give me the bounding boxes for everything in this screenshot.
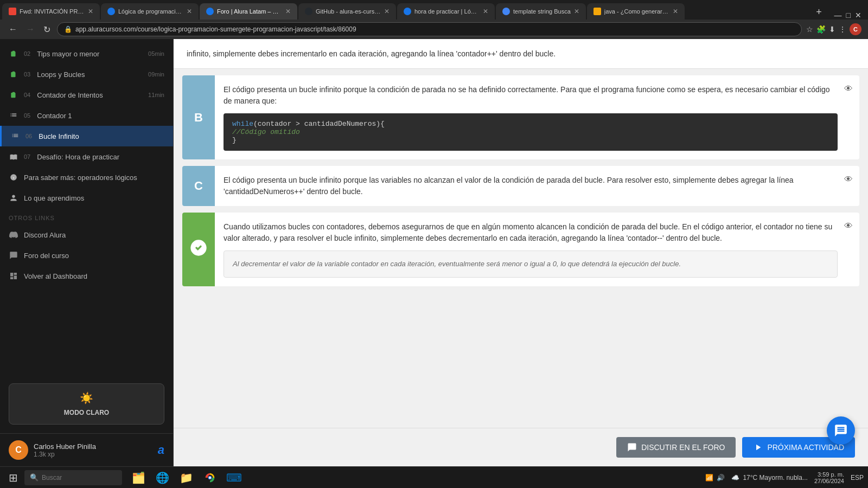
reload-button[interactable]: ↻ xyxy=(41,23,53,36)
answer-option-D[interactable]: D Cuando utilizamos bucles con contadore… xyxy=(182,213,859,286)
tab-close-gmail[interactable]: ✕ xyxy=(88,8,93,15)
sidebar-item-tips-mayor-o-menor[interactable]: 02 Tips mayor o menor 05min xyxy=(0,43,173,64)
sidebar-item-label-2: Contador de Intentos xyxy=(37,91,143,99)
alura-logo: a xyxy=(158,443,164,457)
browser-tab-alura-forum[interactable]: Foro | Alura Latam – Cu...✕ xyxy=(200,3,297,20)
browser-tab-github[interactable]: GitHub - alura-es-curso...✕ xyxy=(298,3,396,20)
taskbar-vscode-icon[interactable]: ⌨ xyxy=(224,468,244,487)
sidebar-icon-4 xyxy=(10,131,20,141)
extensions-button[interactable]: 🧩 xyxy=(816,25,826,34)
sidebar-icon-1 xyxy=(9,69,18,79)
sidebar: 02 Tips mayor o menor 05min 03 Loops y B… xyxy=(0,39,174,466)
weather-icon: ☁️ xyxy=(731,474,739,481)
bottom-action-bar: DISCUTIR EN EL FORO PRÓXIMA ACTIVIDAD xyxy=(174,428,868,466)
next-btn-icon xyxy=(753,442,763,452)
browser-tab-template[interactable]: template string Busca✕ xyxy=(496,3,586,20)
option-eye-icon-C[interactable]: 👁 xyxy=(844,175,853,184)
discuss-forum-button[interactable]: DISCUTIR EN EL FORO xyxy=(616,437,736,458)
alura-tab-icon xyxy=(404,8,411,15)
sidebar-item-num-1: 03 xyxy=(24,71,30,78)
sidebar-item-num-5: 07 xyxy=(24,153,30,160)
option-text-B: El código presenta un bucle infinito por… xyxy=(224,84,838,107)
settings-button[interactable]: ⋮ xyxy=(839,25,846,34)
sidebar-item-label-6: Para saber más: operadores lógicos xyxy=(24,174,164,182)
tab-close-java[interactable]: ✕ xyxy=(673,8,678,15)
taskbar-explorer-icon[interactable]: 🗂️ xyxy=(129,468,148,487)
sidebar-item-num-0: 02 xyxy=(24,50,30,57)
dashboard-icon xyxy=(9,271,18,281)
option-eye-icon-B[interactable]: 👁 xyxy=(844,84,853,94)
sidebar-item-label-7: Lo que aprendimos xyxy=(24,194,164,202)
sidebar-item-para-saber-más:-oper[interactable]: Para saber más: operadores lógicos xyxy=(0,167,173,188)
minimize-button[interactable]: — xyxy=(834,11,842,20)
datetime-display: 3:59 p. m. 27/06/2024 xyxy=(814,471,844,484)
taskbar-search-box[interactable]: 🔍 xyxy=(24,470,122,485)
sidebar-item-lo-que-aprendimos[interactable]: Lo que aprendimos xyxy=(0,188,173,208)
browser-tab-hora[interactable]: hora de practicar | Lógi...✕ xyxy=(397,3,495,20)
alura-tab-icon xyxy=(206,8,214,15)
maximize-button[interactable]: □ xyxy=(846,11,851,20)
answer-option-C[interactable]: C El código presenta un bucle infinito p… xyxy=(182,166,859,206)
sidebar-link-dashboard[interactable]: Volver al Dashboard xyxy=(0,266,173,286)
answer-option-B[interactable]: B El código presenta un bucle infinito p… xyxy=(182,75,859,159)
sidebar-item-label-5: Desafío: Hora de practicar xyxy=(37,153,164,161)
option-content-C: El código presenta un bucle infinito por… xyxy=(215,166,859,206)
address-input[interactable]: 🔒 app.aluracursos.com/course/logica-prog… xyxy=(57,22,802,36)
search-icon: 🔍 xyxy=(30,473,39,481)
sidebar-item-label-4: Bucle Infinito xyxy=(39,132,164,140)
browser-address-bar-row: ← → ↻ 🔒 app.aluracursos.com/course/logic… xyxy=(0,20,868,39)
new-tab-button[interactable]: + xyxy=(812,4,827,20)
sidebar-item-time-1: 09min xyxy=(148,71,164,78)
browser-tab-gmail[interactable]: Fwd: INVITACIÓN PRO...✕ xyxy=(2,3,100,20)
sidebar-item-desafío:-hora-de-pra[interactable]: 07 Desafío: Hora de practicar xyxy=(0,146,173,167)
tab-close-alura-forum[interactable]: ✕ xyxy=(285,8,291,15)
sidebar-item-loops-y-bucles[interactable]: 03 Loops y Bucles 09min xyxy=(0,64,173,85)
start-button[interactable]: ⊞ xyxy=(4,469,22,486)
tab-label-hora: hora de practicar | Lógi... xyxy=(414,8,480,15)
forward-button[interactable]: → xyxy=(24,23,37,35)
tab-close-hora[interactable]: ✕ xyxy=(483,8,488,15)
close-button[interactable]: ✕ xyxy=(855,11,861,20)
language-indicator: ESP xyxy=(851,474,864,481)
sidebar-item-contador-1[interactable]: 05 Contador 1 xyxy=(0,105,173,126)
back-button[interactable]: ← xyxy=(7,23,20,35)
sidebar-item-num-3: 05 xyxy=(24,112,30,119)
browser-tab-alura-logic[interactable]: Lógica de programació...✕ xyxy=(101,3,199,20)
speaker-icon: 🔊 xyxy=(717,474,725,481)
profile-avatar[interactable]: C xyxy=(850,23,861,35)
bookmark-button[interactable]: ☆ xyxy=(806,25,813,34)
chat-fab-button[interactable] xyxy=(827,416,855,445)
main-content: infinito, simplemente debes incrementarl… xyxy=(174,39,868,466)
sidebar-item-time-0: 05min xyxy=(148,50,164,57)
sidebar-item-contador-de-intentos[interactable]: 04 Contador de Intentos 11min xyxy=(0,85,173,105)
option-text-C: El código presenta un bucle infinito por… xyxy=(224,175,838,197)
sidebar-link-forum[interactable]: Foro del curso xyxy=(0,245,173,266)
sidebar-item-num-2: 04 xyxy=(24,92,30,98)
taskbar-edge-icon[interactable]: 🌐 xyxy=(152,468,172,487)
browser-tab-java[interactable]: java - ¿Como generar r...✕ xyxy=(587,3,685,20)
tab-label-gmail: Fwd: INVITACIÓN PRO... xyxy=(20,8,85,15)
taskbar-chrome-icon[interactable] xyxy=(200,468,220,487)
sidebar-item-time-2: 11min xyxy=(148,92,164,98)
tab-close-alura-logic[interactable]: ✕ xyxy=(187,8,192,15)
download-button[interactable]: ⬇ xyxy=(829,25,835,34)
taskbar-right-area: 📶 🔊 ☁️ 17°C Mayorm. nubla... 3:59 p. m. … xyxy=(705,471,864,484)
option-eye-icon-D[interactable]: 👁 xyxy=(844,221,853,231)
tab-close-template[interactable]: ✕ xyxy=(574,8,579,15)
tab-label-alura-forum: Foro | Alura Latam – Cu... xyxy=(217,8,282,15)
sidebar-item-label-0: Tips mayor o menor xyxy=(37,50,143,58)
tab-label-template: template string Busca xyxy=(513,8,571,15)
weather-text: 17°C Mayorm. nubla... xyxy=(743,474,808,481)
tab-close-github[interactable]: ✕ xyxy=(384,8,390,15)
sun-icon: ☀️ xyxy=(80,391,93,404)
sidebar-link-discord[interactable]: Discord Alura xyxy=(0,224,173,245)
sidebar-item-bucle-infinito[interactable]: 06 Bucle Infinito xyxy=(0,126,173,146)
taskbar-files-icon[interactable]: 📁 xyxy=(176,468,196,487)
gmail-tab-icon xyxy=(9,8,16,15)
google-tab-icon xyxy=(502,8,510,15)
user-xp: 1.3k xp xyxy=(34,451,96,458)
weather-display: ☁️ 17°C Mayorm. nubla... xyxy=(731,474,808,481)
taskbar-search-input[interactable] xyxy=(42,474,117,481)
forum-btn-icon xyxy=(627,442,637,452)
mode-toggle-button[interactable]: ☀️ MODO CLARO xyxy=(9,383,164,425)
